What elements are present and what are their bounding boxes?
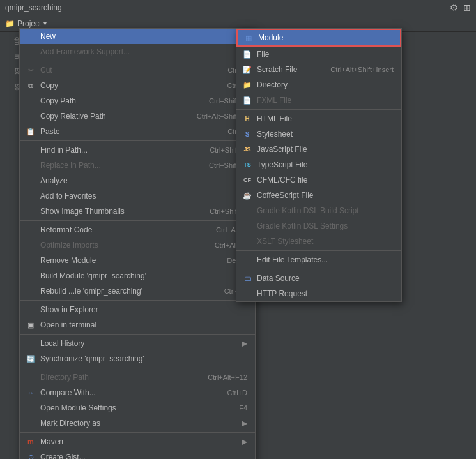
submenu-item-javascript[interactable]: JS JavaScript File [236,142,401,157]
menu-item-maven[interactable]: m Maven ▶ [20,434,255,449]
menu-item-synchronize[interactable]: 🔄 Synchronize 'qmipr_searching' [20,351,255,366]
thumbnails-icon [25,206,36,217]
menu-item-paste[interactable]: 📋 Paste Ctrl+V [20,124,255,139]
submenu-separator-3 [236,269,401,269]
menu-item-remove-module[interactable]: Remove Module Delete [20,253,255,268]
menu-item-copy-path[interactable]: Copy Path Ctrl+Shift+C [20,93,255,109]
submenu-item-module[interactable]: ▦ Module [236,29,401,47]
replace-icon [25,160,36,171]
submenu-separator-1 [236,109,401,110]
mark-directory-icon [25,418,36,429]
find-label: Find in Path... [40,146,199,154]
menu-item-analyze[interactable]: Analyze ▶ [20,173,255,188]
edit-templates-icon [242,254,253,266]
menu-item-add-framework: Add Framework Support... [20,44,255,59]
reformat-label: Reformat Code [40,225,206,234]
submenu-item-http-request[interactable]: HTTP Request [236,286,401,301]
submenu-item-file[interactable]: 📄 File [236,47,401,62]
create-gist-label: Create Gist... [40,453,247,459]
menu-item-compare-with[interactable]: ↔ Compare With... Ctrl+D [20,385,255,400]
synchronize-icon: 🔄 [25,353,36,365]
xslt-icon [242,236,253,247]
copy-relative-path-label: Copy Relative Path [40,112,187,121]
mark-directory-label: Mark Directory as [40,419,236,428]
menu-item-local-history[interactable]: Local History ▶ [20,336,255,351]
menu-item-create-gist[interactable]: ⊙ Create Gist... [20,449,255,459]
local-history-label: Local History [40,339,236,348]
show-explorer-icon [25,304,36,315]
maven-arrow: ▶ [242,437,247,446]
expand-icon[interactable]: ⊞ [463,3,471,13]
menu-item-build-module[interactable]: Build Module 'qmipr_searching' [20,268,255,283]
submenu-item-edit-templates[interactable]: Edit File Templates... [236,252,401,267]
submenu-item-coffeescript[interactable]: ☕ CoffeeScript File [236,188,401,203]
submenu-item-html[interactable]: H HTML File [236,111,401,126]
reformat-icon [25,224,36,236]
module-settings-shortcut: F4 [239,404,247,412]
menu-item-open-terminal[interactable]: ▣ Open in terminal [20,317,255,333]
project-text: Project [17,19,41,28]
edit-templates-label: Edit File Templates... [257,255,394,264]
menu-item-open-module-settings[interactable]: Open Module Settings F4 [20,400,255,416]
directory-icon: 📁 [242,79,253,91]
separator-7 [20,432,255,433]
stylesheet-icon: S [242,128,253,140]
module-icon: ▦ [243,32,254,43]
new-label: New [40,32,236,41]
separator-1 [20,61,255,61]
local-history-icon [25,338,36,349]
menu-item-show-explorer[interactable]: Show in Explorer [20,302,255,317]
submenu-item-scratch-file[interactable]: 📝 Scratch File Ctrl+Alt+Shift+Insert [236,62,401,77]
cfml-label: CFML/CFC file [257,176,394,184]
compare-icon: ↔ [25,387,36,398]
menu-item-find-in-path[interactable]: Find in Path... Ctrl+Shift+F [20,142,255,158]
menu-item-add-favorites[interactable]: Add to Favorites [20,188,255,204]
copy-icon: ⧉ [25,80,36,91]
menu-item-new[interactable]: New ▶ [20,29,255,44]
submenu-item-data-source[interactable]: 🗃 Data Source [236,271,401,286]
scratch-file-icon: 📝 [242,64,253,75]
remove-module-label: Remove Module [40,256,217,265]
menu-item-rebuild-module[interactable]: Rebuild ...le 'qmipr_searching' Ctrl+F9 [20,283,255,299]
project-label[interactable]: 📁 Project ▾ [5,19,47,28]
maven-icon: m [25,436,36,448]
coffeescript-icon: ☕ [242,190,253,201]
menu-item-reformat[interactable]: Reformat Code Ctrl+Alt+L [20,222,255,237]
thumbnails-label: Show Image Thumbnails [40,207,199,216]
typescript-label: TypeScript File [257,160,394,169]
menu-item-show-thumbnails[interactable]: Show Image Thumbnails Ctrl+Shift+T [20,204,255,219]
directory-path-shortcut: Ctrl+Alt+F12 [208,373,247,381]
replace-label: Replace in Path... [40,161,199,170]
submenu-item-directory[interactable]: 📁 Directory [236,77,401,93]
folder-icon: 📁 [5,19,15,28]
submenu-item-stylesheet[interactable]: S Stylesheet [236,126,401,142]
html-label: HTML File [257,114,394,123]
file-icon: 📄 [242,49,253,60]
submenu-item-typescript[interactable]: TS TypeScript File [236,157,401,172]
maven-label: Maven [40,437,236,446]
menu-item-optimize-imports: Optimize Imports Ctrl+Alt+O [20,237,255,253]
menu-item-directory-path: Directory Path Ctrl+Alt+F12 [20,370,255,385]
add-framework-label: Add Framework Support... [40,47,247,56]
menu-item-copy[interactable]: ⧉ Copy Ctrl+C [20,78,255,93]
cut-icon: ✂ [25,64,36,76]
fxml-icon: 📄 [242,94,253,106]
optimize-label: Optimize Imports [40,241,204,250]
separator-6 [20,368,255,368]
menu-item-copy-relative-path[interactable]: Copy Relative Path Ctrl+Alt+Shift+C [20,109,255,124]
open-terminal-label: Open in terminal [40,320,247,329]
paste-label: Paste [40,127,217,136]
submenu-item-cfml[interactable]: CF CFML/CFC file [236,172,401,188]
directory-path-label: Directory Path [40,373,197,382]
data-source-label: Data Source [257,274,394,283]
paste-icon: 📋 [25,126,36,137]
stylesheet-label: Stylesheet [257,130,394,139]
local-history-arrow: ▶ [242,339,247,348]
synchronize-label: Synchronize 'qmipr_searching' [40,354,247,363]
module-label: Module [258,33,392,42]
menu-item-mark-directory[interactable]: Mark Directory as ▶ [20,416,255,431]
mark-directory-arrow: ▶ [242,419,247,428]
settings-icon[interactable]: ⚙ [450,3,458,13]
build-module-label: Build Module 'qmipr_searching' [40,271,247,280]
compare-shortcut: Ctrl+D [227,389,247,396]
